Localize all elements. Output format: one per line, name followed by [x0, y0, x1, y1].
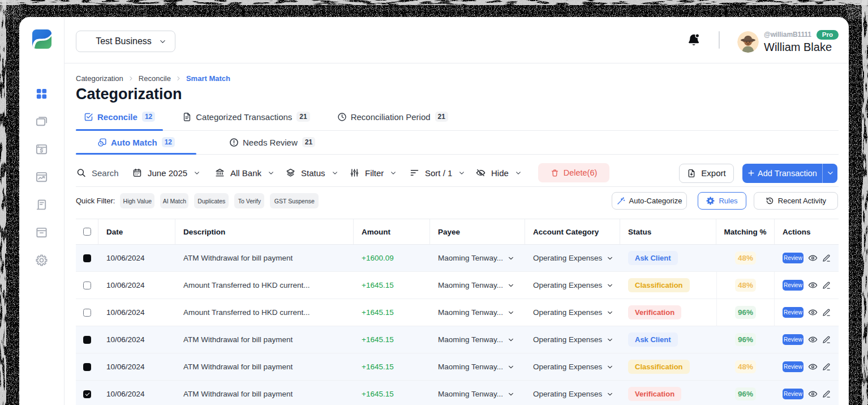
- tab-reconciliation-period[interactable]: Reconciliation Period 21: [329, 104, 456, 130]
- cell-description: ATM Withdrawal for bill payment: [175, 381, 354, 405]
- chip-to-verify[interactable]: To Verify: [234, 193, 264, 208]
- hide-control[interactable]: Hide: [476, 168, 521, 178]
- sidebar-item-settings[interactable]: [35, 254, 48, 267]
- subtab-auto-match[interactable]: Auto Match 12: [76, 131, 196, 154]
- app-logo[interactable]: [32, 29, 51, 49]
- search-icon: [76, 168, 86, 178]
- chip-ai-match[interactable]: AI Match: [160, 193, 188, 208]
- review-button[interactable]: Review: [783, 361, 803, 372]
- review-button[interactable]: Review: [783, 334, 803, 345]
- row-checkbox[interactable]: [83, 309, 91, 317]
- export-button[interactable]: Export: [679, 164, 734, 183]
- pencil-icon[interactable]: [822, 363, 831, 371]
- row-checkbox[interactable]: [83, 336, 91, 344]
- user-handle: @williamB1111: [764, 31, 811, 39]
- cell-matching: 48%: [716, 353, 775, 380]
- chip-high-value[interactable]: High Value: [120, 193, 154, 208]
- eye-icon[interactable]: [808, 335, 818, 344]
- pencil-icon[interactable]: [822, 390, 831, 398]
- account-category-value: Operating Expenses: [533, 308, 602, 317]
- eye-icon[interactable]: [808, 389, 818, 399]
- account-category-select[interactable]: Operating Expenses: [533, 335, 613, 344]
- row-checkbox[interactable]: [83, 282, 91, 289]
- user-block[interactable]: @williamB1111 Pro William Blake: [764, 30, 839, 53]
- toolbar: Search June 2025 All Bank Status: [76, 155, 839, 187]
- review-button[interactable]: Review: [783, 280, 803, 291]
- cell-account-category: Operating Expenses: [525, 326, 620, 353]
- notification-bell-icon[interactable]: [687, 33, 701, 47]
- rules-button[interactable]: Rules: [698, 192, 746, 210]
- sidebar-item-billing[interactable]: [35, 143, 48, 156]
- review-button[interactable]: Review: [783, 389, 803, 399]
- sidebar-item-reports[interactable]: [35, 170, 48, 184]
- cell-checkbox: [76, 299, 98, 326]
- subtab-needs-review[interactable]: Needs Review 21: [208, 131, 337, 154]
- chip-gst-suspense[interactable]: GST Suspense: [270, 193, 319, 208]
- payee-select[interactable]: Maoming Tenway...: [438, 281, 514, 289]
- sidebar-item-dashboard[interactable]: [35, 87, 48, 100]
- payee-select[interactable]: Maoming Tenway...: [438, 308, 514, 317]
- account-category-select[interactable]: Operating Expenses: [533, 281, 613, 289]
- table-header: Date Description Amount Payee Account Ca…: [76, 219, 839, 245]
- eye-icon[interactable]: [808, 280, 818, 290]
- business-selector[interactable]: Test Business: [76, 31, 175, 52]
- pencil-icon[interactable]: [822, 281, 831, 289]
- breadcrumb-categorization[interactable]: Categorization: [76, 74, 123, 83]
- breadcrumb-reconcile[interactable]: Reconcile: [139, 74, 171, 83]
- sliders-icon: [350, 168, 359, 178]
- sidebar-item-receipts[interactable]: [35, 198, 48, 211]
- history-icon: [766, 197, 774, 205]
- search-control[interactable]: Search: [76, 168, 119, 178]
- matching-percent: 96%: [735, 333, 756, 346]
- pencil-icon[interactable]: [822, 335, 831, 344]
- bank-filter[interactable]: All Bank: [215, 168, 274, 178]
- row-checkbox[interactable]: [83, 254, 91, 262]
- auto-categorize-button[interactable]: Auto-Categorize: [612, 192, 687, 210]
- sidebar-item-archive[interactable]: [35, 226, 48, 239]
- sort-control[interactable]: Sort / 1: [410, 168, 465, 178]
- cell-payee: Maoming Tenway...: [430, 353, 525, 380]
- chevron-down-icon: [508, 337, 514, 343]
- row-checkbox[interactable]: [83, 363, 91, 371]
- avatar[interactable]: [737, 31, 759, 53]
- cell-actions: Review: [775, 326, 838, 353]
- review-button[interactable]: Review: [783, 253, 803, 263]
- account-category-select[interactable]: Operating Expenses: [533, 363, 613, 371]
- cell-date: 10/06/2024: [98, 245, 175, 271]
- eye-icon[interactable]: [808, 362, 818, 372]
- rules-label: Rules: [719, 197, 737, 205]
- cell-matching: 48%: [716, 272, 775, 299]
- status-badge: Ask Client: [628, 251, 678, 265]
- payee-select[interactable]: Maoming Tenway...: [438, 335, 514, 344]
- tab-categorized-transactions[interactable]: Categorized Transactions 21: [174, 104, 317, 130]
- account-category-select[interactable]: Operating Expenses: [533, 308, 613, 317]
- cell-amount: +1645.15: [354, 272, 430, 299]
- add-transaction-button[interactable]: Add Transaction: [742, 164, 822, 183]
- date-filter[interactable]: June 2025: [132, 168, 200, 178]
- recent-activity-button[interactable]: Recent Activity: [754, 192, 838, 210]
- status-filter[interactable]: Status: [286, 168, 338, 178]
- eye-icon[interactable]: [808, 308, 818, 317]
- row-checkbox[interactable]: [83, 390, 91, 398]
- sidebar-item-cards[interactable]: [35, 115, 48, 128]
- eye-icon[interactable]: [808, 253, 818, 263]
- auto-categorize-label: Auto-Categorize: [629, 197, 682, 205]
- payee-select[interactable]: Maoming Tenway...: [438, 363, 514, 371]
- select-all-checkbox[interactable]: [83, 228, 91, 236]
- account-category-select[interactable]: Operating Expenses: [533, 390, 613, 398]
- payee-select[interactable]: Maoming Tenway...: [438, 254, 514, 262]
- tab-reconcile[interactable]: Reconcile 12: [76, 104, 163, 130]
- cell-description: ATM Withdrawal for bill payment: [175, 353, 354, 380]
- filter-control[interactable]: Filter: [350, 168, 396, 178]
- delete-button[interactable]: Delete(6): [538, 163, 609, 182]
- pencil-icon[interactable]: [822, 308, 831, 317]
- pencil-icon[interactable]: [822, 254, 831, 262]
- add-transaction-dropdown[interactable]: [822, 164, 837, 183]
- breadcrumb-smart-match[interactable]: Smart Match: [186, 74, 230, 83]
- account-category-select[interactable]: Operating Expenses: [533, 254, 613, 262]
- cell-actions: Review: [775, 353, 838, 380]
- review-button[interactable]: Review: [783, 307, 803, 318]
- subtab-count-badge: 12: [162, 137, 175, 147]
- chip-duplicates[interactable]: Duplicates: [194, 193, 229, 208]
- payee-select[interactable]: Maoming Tenway...: [438, 390, 514, 398]
